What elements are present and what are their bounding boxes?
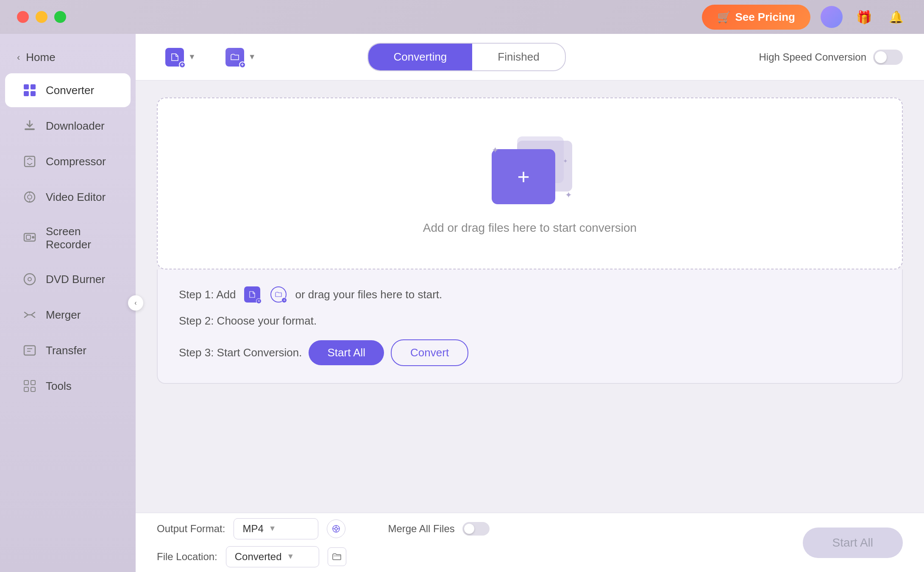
output-format-value: MP4: [242, 523, 263, 535]
tab-converting[interactable]: Converting: [368, 44, 473, 70]
downloader-icon: [22, 118, 37, 133]
step-3-row: Step 3: Start Conversion. Start All Conv…: [179, 339, 881, 366]
add-file-chevron: ▼: [188, 53, 196, 61]
sidebar-item-downloader[interactable]: Downloader: [5, 109, 131, 143]
sidebar-item-video-editor[interactable]: Video Editor: [5, 180, 131, 214]
sidebar-item-tools[interactable]: Tools: [5, 369, 131, 403]
step1-file-icon: +: [244, 286, 260, 303]
toolbar: + ▼ + ▼ Converting Finished High Speed C…: [136, 34, 924, 81]
bottom-bar: Output Format: MP4 ▼: [136, 513, 924, 572]
add-folder-button[interactable]: + ▼: [217, 42, 264, 72]
back-arrow-icon: ‹: [17, 52, 20, 63]
sidebar-item-compressor[interactable]: Compressor: [5, 144, 131, 178]
svg-point-12: [32, 236, 34, 239]
avatar[interactable]: [821, 6, 843, 28]
maximize-button[interactable]: [54, 11, 66, 23]
see-pricing-button[interactable]: 🛒 See Pricing: [702, 5, 810, 30]
folder-illustration: + ✦ ✦ ✦: [487, 132, 572, 208]
step2-label: Step 2: Choose your format.: [179, 314, 317, 328]
svg-rect-4: [25, 128, 35, 130]
sidebar-home-label: Home: [26, 51, 55, 64]
tools-icon: [22, 378, 37, 394]
main-content: + ▼ + ▼ Converting Finished High Speed C…: [136, 34, 924, 572]
optimize-icon[interactable]: [327, 519, 345, 538]
minimize-button[interactable]: [36, 11, 47, 23]
traffic-lights: [17, 11, 66, 23]
app-body: ‹ Home Converter Downloader: [0, 34, 924, 572]
add-file-icon: +: [165, 48, 184, 67]
file-location-row: File Location: Converted ▼: [157, 546, 786, 567]
screen-recorder-icon: [22, 230, 37, 246]
merge-all-toggle[interactable]: [462, 522, 490, 536]
sidebar-converter-label: Converter: [46, 84, 94, 97]
toggle-knob: [875, 51, 887, 63]
sidebar-collapse-button[interactable]: ‹: [128, 295, 143, 311]
svg-point-14: [28, 278, 31, 281]
merger-icon: [22, 307, 37, 322]
step-2-row: Step 2: Choose your format.: [179, 314, 881, 328]
drop-zone[interactable]: + ✦ ✦ ✦ Add or drag files here to start …: [157, 97, 903, 269]
sidebar-compressor-label: Compressor: [46, 155, 106, 168]
sparkle-icon-3: ✦: [563, 158, 568, 164]
output-format-select[interactable]: MP4 ▼: [234, 518, 318, 539]
steps-section: Step 1: Add + +: [157, 269, 903, 384]
svg-rect-19: [24, 380, 28, 385]
step-1-row: Step 1: Add + +: [179, 286, 881, 303]
merge-all-label: Merge All Files: [388, 523, 454, 535]
sidebar-merger-label: Merger: [46, 308, 81, 322]
mini-plus-icon: +: [256, 298, 262, 304]
sidebar-item-converter[interactable]: Converter: [5, 73, 131, 107]
svg-point-13: [24, 274, 35, 285]
start-all-button[interactable]: Start All: [309, 340, 384, 365]
merge-toggle-knob: [464, 524, 474, 534]
svg-rect-16: [24, 346, 35, 355]
compressor-icon: [22, 154, 37, 169]
titlebar: 🛒 See Pricing 🎁 🔔: [0, 0, 924, 34]
bottom-left: Output Format: MP4 ▼: [157, 518, 786, 567]
add-folder-chevron: ▼: [248, 53, 256, 61]
svg-point-7: [28, 195, 32, 199]
svg-rect-2: [24, 91, 29, 96]
bell-icon[interactable]: 🔔: [885, 6, 907, 28]
see-pricing-label: See Pricing: [735, 11, 795, 24]
content-area: + ✦ ✦ ✦ Add or drag files here to start …: [136, 81, 924, 513]
sidebar-home[interactable]: ‹ Home: [0, 42, 136, 72]
sidebar-screen-recorder-label: Screen Recorder: [46, 225, 114, 251]
svg-rect-20: [31, 380, 35, 385]
step1-label: Step 1: Add: [179, 288, 236, 301]
sidebar-item-transfer[interactable]: Transfer: [5, 333, 131, 367]
sidebar-item-merger[interactable]: Merger: [5, 298, 131, 332]
svg-rect-21: [24, 387, 28, 392]
high-speed-toggle[interactable]: [873, 50, 903, 65]
sparkle-icon-1: ✦: [492, 145, 499, 155]
add-folder-icon: +: [225, 48, 244, 67]
gift-icon[interactable]: 🎁: [853, 6, 875, 28]
add-file-button[interactable]: + ▼: [157, 42, 204, 72]
sidebar-item-dvd-burner[interactable]: DVD Burner: [5, 262, 131, 296]
svg-point-28: [335, 528, 337, 530]
transfer-icon: [22, 343, 37, 358]
merge-row: Merge All Files: [388, 522, 489, 536]
folder-plus-icon: +: [517, 164, 529, 189]
close-button[interactable]: [17, 11, 29, 23]
svg-rect-22: [31, 387, 35, 392]
sidebar: ‹ Home Converter Downloader: [0, 34, 136, 572]
output-format-label: Output Format:: [157, 523, 225, 535]
format-chevron-icon: ▼: [269, 524, 276, 533]
start-all-main-button[interactable]: Start All: [803, 528, 903, 558]
dvd-burner-icon: [22, 272, 37, 287]
cart-icon: 🛒: [717, 11, 731, 24]
file-location-select[interactable]: Converted ▼: [226, 546, 319, 567]
step1-suffix: or drag your files here to start.: [295, 288, 442, 301]
svg-rect-11: [26, 235, 31, 239]
sidebar-dvd-burner-label: DVD Burner: [46, 273, 105, 286]
drop-zone-text: Add or drag files here to start conversi…: [423, 221, 637, 235]
tab-finished[interactable]: Finished: [472, 44, 565, 70]
open-folder-button[interactable]: [328, 547, 346, 566]
svg-rect-1: [31, 84, 36, 89]
sidebar-video-editor-label: Video Editor: [46, 191, 106, 204]
sidebar-item-screen-recorder[interactable]: Screen Recorder: [5, 216, 131, 261]
tab-group: Converting Finished: [367, 43, 566, 71]
convert-button[interactable]: Convert: [391, 339, 468, 366]
step1-folder-icon: +: [270, 286, 287, 303]
